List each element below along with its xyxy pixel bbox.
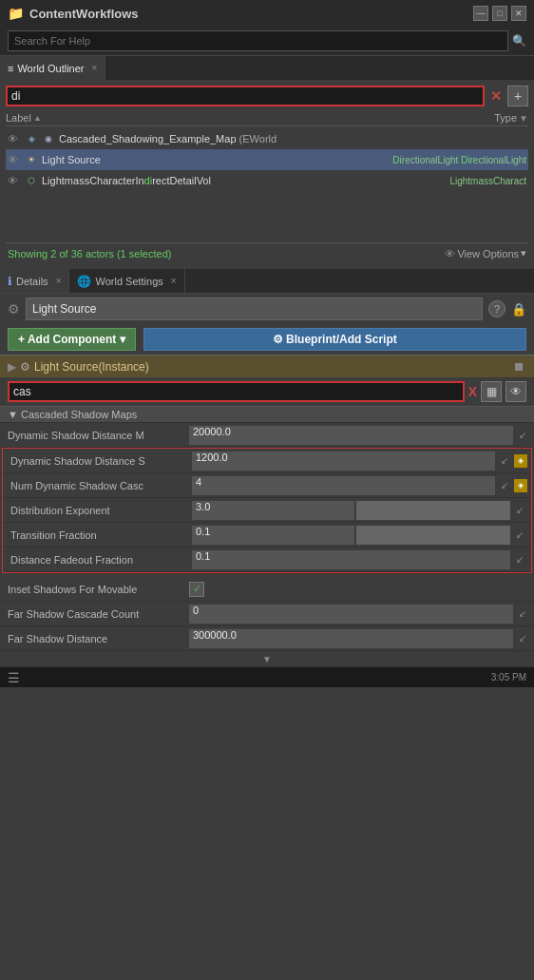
search-wrap — [8, 30, 508, 51]
world-settings-tab[interactable]: 🌐 World Settings × — [69, 269, 184, 293]
filter-eye-button[interactable]: 👁 — [505, 381, 526, 402]
outliner-search-row: ✕ + — [6, 86, 528, 106]
instance-indicator — [515, 363, 523, 371]
blueprint-button[interactable]: ⚙ Blueprint/Add Script — [143, 328, 526, 351]
filter-input[interactable] — [8, 381, 465, 402]
instance-arrow-icon: ▶ — [8, 360, 16, 374]
outliner-footer: Showing 2 of 36 actors (1 selected) 👁 Vi… — [6, 242, 528, 263]
prop-row: Inset Shadows For Movable ✓ — [0, 577, 534, 602]
prop-input[interactable]: 4 — [192, 476, 495, 495]
help-text: ? — [494, 303, 500, 315]
actor-label: Cascaded_Shadowing_Example_Map (EWorld — [59, 133, 526, 144]
prop-input[interactable]: 0 — [189, 605, 513, 624]
col-type-text: Type — [494, 112, 517, 124]
showing-text: Showing 2 of 36 actors (1 selected) — [8, 248, 171, 259]
prop-label: Num Dynamic Shadow Casc — [7, 480, 192, 491]
table-row[interactable]: 👁 ⬡ LightmassCharacterIndirectDetailVol … — [6, 170, 528, 191]
scroll-down-area[interactable]: ▼ — [0, 651, 534, 666]
scroll-down-arrow: ▼ — [262, 654, 272, 664]
sort-arrow-icon: ▲ — [33, 113, 42, 123]
outliner-search-input[interactable] — [6, 86, 485, 106]
world-settings-icon: 🌐 — [77, 275, 91, 288]
actor-name-input[interactable] — [26, 298, 483, 320]
prop-arrow-icon[interactable]: ↙ — [497, 455, 512, 466]
details-tab[interactable]: ℹ Details × — [0, 269, 69, 293]
add-component-button[interactable]: + Add Component ▾ — [8, 328, 136, 351]
prop-value: 3.0 ↙ — [192, 501, 527, 520]
prop-value: 0 ↙ — [189, 605, 530, 624]
prop-value: 1200.0 ↙ ◈ — [192, 452, 527, 471]
prop-arrow-icon[interactable]: ↙ — [512, 529, 527, 540]
outliner-search-clear[interactable]: ✕ — [488, 88, 504, 104]
properties-container: Dynamic Shadow Distance M 20000.0 ↙ Dyna… — [0, 423, 534, 651]
prop-input[interactable]: 1200.0 — [192, 452, 495, 471]
minimize-button[interactable]: — — [473, 6, 488, 21]
actor-type-icon: ⬡ — [25, 174, 38, 187]
light-source-row: ⚙ ? 🔒 — [0, 294, 534, 324]
actor-type-icon: ☀ — [25, 153, 38, 166]
help-icon[interactable]: ? — [488, 300, 505, 317]
actor-type-icon: ◈ — [25, 132, 38, 145]
prop-row: Distribution Exponent 3.0 ↙ — [3, 498, 531, 523]
prop-label: Transition Fraction — [7, 529, 192, 541]
prop-value: 0.1 ↙ — [192, 550, 527, 569]
filter-clear-button[interactable]: X — [468, 384, 477, 399]
prop-value: ✓ — [189, 582, 530, 597]
status-time: 3:05 PM — [491, 672, 526, 682]
prop-arrow-icon[interactable]: ↙ — [512, 554, 527, 565]
actor-label: LightmassCharacterIndirectDetailVol — [42, 175, 446, 186]
visibility-icon: 👁 — [8, 154, 21, 165]
lock-icon[interactable]: 🔒 — [511, 302, 526, 317]
table-row[interactable]: 👁 ☀ Light Source DirectionalLight Direct… — [6, 149, 528, 170]
outliner-tab[interactable]: ≡ World Outliner × — [0, 56, 105, 80]
table-row[interactable]: 👁 ◈ ◉ Cascaded_Shadowing_Example_Map (EW… — [6, 128, 528, 149]
prop-row: Far Shadow Cascade Count 0 ↙ — [0, 602, 534, 626]
prop-row: Num Dynamic Shadow Casc 4 ↙ ◈ — [3, 473, 531, 498]
search-bar: 🔍 — [0, 27, 534, 55]
prop-arrow-icon[interactable]: ↙ — [515, 633, 530, 644]
details-tab-close[interactable]: × — [56, 276, 62, 286]
actor-type-text: LightmassCharact — [449, 176, 526, 186]
filter-row: X ▦ 👁 — [0, 377, 534, 406]
eye-icon: 👁 — [510, 385, 522, 398]
prop-input[interactable]: 0.1 — [192, 550, 510, 569]
instance-label: Light Source(Instance) — [34, 360, 149, 374]
prop-arrow-icon[interactable]: ↙ — [512, 505, 527, 515]
title-bar: 📁 ContentWorkflows — □ ✕ — [0, 0, 534, 27]
maximize-button[interactable]: □ — [492, 6, 507, 21]
details-tab-label: Details — [16, 276, 48, 287]
prop-arrow-icon[interactable]: ↙ — [515, 608, 530, 619]
details-tab-icon: ℹ — [8, 275, 12, 288]
title-bar-left: 📁 ContentWorkflows — [8, 6, 139, 21]
filter-icon[interactable]: ▼ — [519, 113, 528, 124]
prop-label: Distribution Exponent — [7, 505, 192, 516]
close-button[interactable]: ✕ — [511, 6, 526, 21]
checkbox-input[interactable]: ✓ — [189, 582, 204, 597]
prop-label: Far Shadow Distance — [4, 633, 189, 644]
view-options-button[interactable]: 👁 View Options ▾ — [445, 247, 526, 259]
outliner-panel: ✕ + Label ▲ Type ▼ 👁 ◈ ◉ Cascaded_Shadow… — [0, 80, 534, 269]
outliner-tab-close[interactable]: × — [92, 63, 98, 73]
visibility-icon: 👁 — [8, 175, 21, 186]
prop-input[interactable]: 3.0 — [192, 501, 354, 520]
slider-container: 3.0 — [192, 501, 510, 520]
hamburger-icon: ☰ — [8, 670, 20, 685]
prop-row: Dynamic Shadow Distance S 1200.0 ↙ ◈ — [3, 449, 531, 473]
prop-arrow-icon[interactable]: ↙ — [515, 430, 530, 440]
prop-arrow-icon[interactable]: ↙ — [497, 480, 512, 490]
prop-input[interactable]: 0.1 — [192, 526, 354, 545]
world-settings-close[interactable]: × — [171, 276, 177, 286]
slider-track[interactable] — [356, 526, 511, 545]
outliner-tab-icon: ≡ — [8, 63, 13, 74]
modified-indicator: ◈ — [514, 454, 527, 468]
actors-list: 👁 ◈ ◉ Cascaded_Shadowing_Example_Map (EW… — [6, 128, 528, 191]
filter-grid-button[interactable]: ▦ — [481, 381, 502, 402]
gear-small-icon: ⚙ — [8, 301, 20, 317]
prop-input[interactable]: 20000.0 — [189, 426, 513, 445]
search-input[interactable] — [14, 35, 502, 47]
outliner-add-button[interactable]: + — [507, 86, 528, 106]
prop-input[interactable]: 300000.0 — [189, 629, 513, 648]
prop-row: Far Shadow Distance 300000.0 ↙ — [0, 626, 534, 651]
slider-track[interactable] — [356, 501, 511, 520]
add-component-label: + Add Component ▾ — [18, 333, 125, 346]
